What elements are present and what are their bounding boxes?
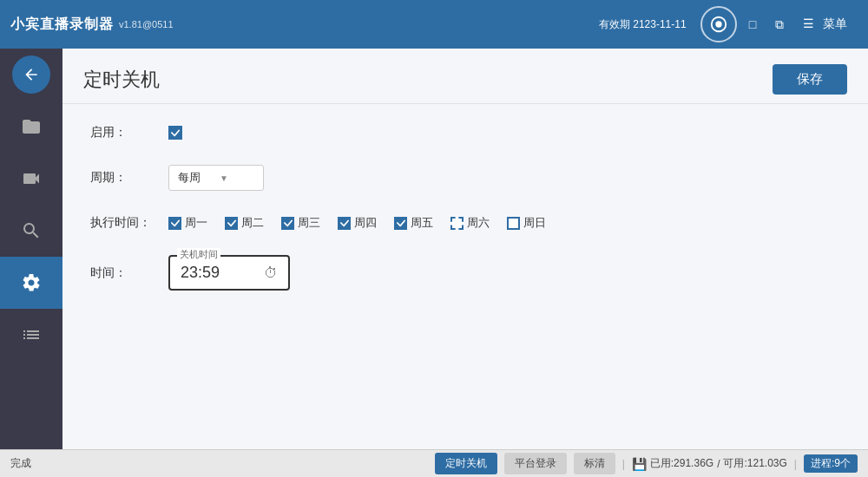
day-checkbox-周四[interactable]	[338, 217, 351, 230]
enable-label: 启用：	[90, 125, 168, 140]
day-checkbox-周日[interactable]	[507, 217, 520, 230]
disk-used: 已用:291.36G	[650, 456, 713, 471]
save-button[interactable]: 保存	[773, 64, 847, 95]
status-bar: 完成 定时关机 平台登录 标清 | 💾 已用:291.36G / 可用:121.…	[0, 449, 868, 477]
day-item: 周三	[281, 215, 320, 231]
disk-free: 可用:121.03G	[723, 456, 786, 471]
status-tab-quality[interactable]: 标清	[574, 453, 615, 474]
cycle-label: 周期：	[90, 170, 168, 186]
day-label: 周日	[523, 215, 546, 231]
cycle-dropdown[interactable]: 每周 ▼	[168, 165, 264, 191]
exec-time-row: 执行时间： 周一周二周三周四周五周六周日	[90, 215, 840, 231]
day-item: 周六	[450, 215, 490, 231]
sidebar-item-monitor[interactable]	[0, 205, 62, 257]
day-item: 周一	[168, 215, 207, 231]
app-version: v1.81@0511	[119, 19, 174, 29]
main-layout: 定时关机 保存 启用： 周期： 每周 ▼ 执行时间：	[0, 49, 868, 449]
svg-point-1	[715, 21, 721, 27]
exec-time-label: 执行时间：	[90, 215, 168, 231]
divider-1: |	[622, 458, 625, 470]
day-label: 周一	[185, 215, 207, 231]
day-label: 周六	[467, 215, 490, 231]
content-header: 定时关机 保存	[62, 49, 868, 104]
restore-btn[interactable]: ⧉	[770, 14, 789, 36]
day-label: 周五	[411, 215, 433, 231]
enable-row: 启用：	[90, 125, 840, 140]
minimize-btn[interactable]: □	[744, 14, 761, 35]
sidebar-item-settings[interactable]	[0, 257, 62, 309]
status-tab-platform[interactable]: 平台登录	[504, 453, 567, 474]
status-text: 完成	[10, 456, 31, 471]
sidebar-item-stats[interactable]	[0, 309, 62, 361]
disk-info: 💾 已用:291.36G / 可用:121.03G	[632, 456, 787, 471]
day-item: 周日	[507, 215, 546, 231]
enable-checkbox[interactable]	[168, 126, 182, 140]
day-checkbox-周三[interactable]	[281, 217, 294, 230]
sidebar	[0, 49, 62, 449]
clock-icon: ⏱	[264, 265, 278, 281]
day-item: 周四	[338, 215, 377, 231]
status-tab-scheduled[interactable]: 定时关机	[435, 453, 497, 474]
sidebar-back-btn[interactable]	[12, 56, 50, 94]
dropdown-arrow-icon: ▼	[220, 173, 254, 183]
window-controls: □ ⧉ ☰ 菜单	[744, 13, 858, 36]
app-title: 小宾直播录制器	[10, 16, 114, 34]
time-input-wrapper[interactable]: 关机时间 23:59 ⏱	[168, 255, 290, 291]
disk-icon: 💾	[632, 457, 647, 471]
time-row: 时间： 关机时间 23:59 ⏱	[90, 255, 840, 291]
day-label: 周二	[241, 215, 264, 231]
process-count: 进程:9个	[804, 454, 858, 473]
content-body: 启用： 周期： 每周 ▼ 执行时间： 周一周二周三周四周五周六周日	[62, 104, 868, 449]
day-checkbox-周二[interactable]	[225, 217, 238, 230]
day-item: 周五	[394, 215, 433, 231]
brand-icon-btn[interactable]	[700, 6, 737, 42]
menu-label: 菜单	[818, 13, 852, 34]
day-label: 周三	[298, 215, 320, 231]
day-checkboxes: 周一周二周三周四周五周六周日	[168, 215, 546, 231]
cycle-row: 周期： 每周 ▼	[90, 165, 840, 191]
content-area: 定时关机 保存 启用： 周期： 每周 ▼ 执行时间：	[62, 49, 868, 449]
time-float-label: 关机时间	[177, 248, 220, 261]
menu-btn[interactable]: ☰ 菜单	[798, 13, 858, 36]
page-title: 定时关机	[83, 67, 160, 93]
divider-2: |	[794, 458, 797, 470]
day-checkbox-周五[interactable]	[394, 217, 407, 230]
cycle-value: 每周	[178, 170, 213, 186]
time-label: 时间：	[90, 265, 168, 281]
day-checkbox-周一[interactable]	[168, 217, 181, 230]
day-item: 周二	[225, 215, 264, 231]
sidebar-item-video[interactable]	[0, 153, 62, 205]
title-bar: 小宾直播录制器 v1.81@0511 有效期 2123-11-11 □ ⧉ ☰ …	[0, 0, 868, 49]
day-checkbox-周六[interactable]	[450, 217, 464, 230]
sidebar-item-folder[interactable]	[0, 101, 62, 153]
expiry-label: 有效期 2123-11-11	[599, 17, 687, 32]
time-value: 23:59	[181, 264, 264, 282]
day-label: 周四	[354, 215, 377, 231]
